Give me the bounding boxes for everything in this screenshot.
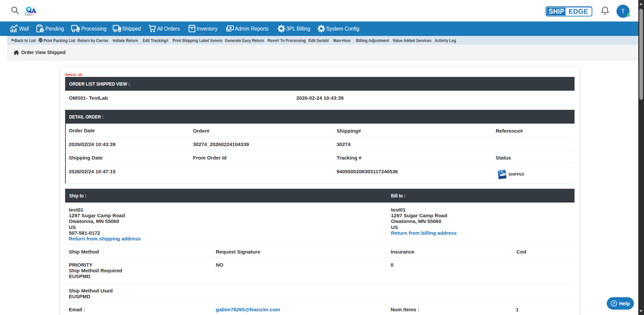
svg-text:?: ? — [613, 302, 615, 306]
